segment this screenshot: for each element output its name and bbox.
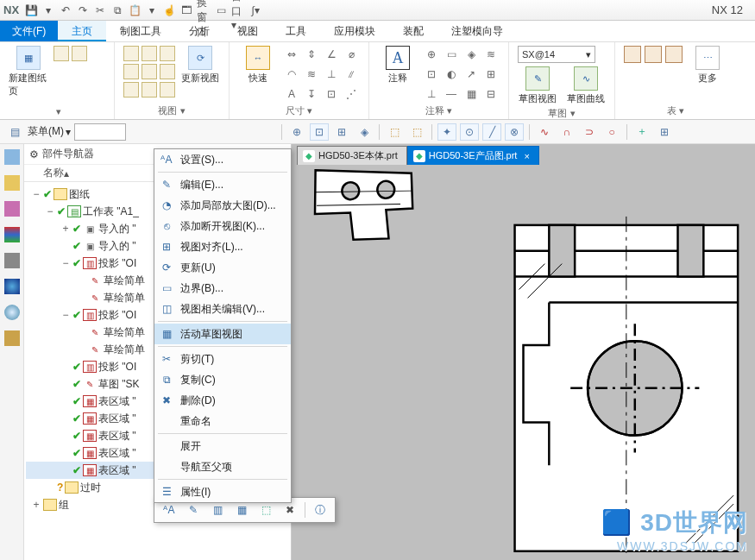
paste-icon[interactable]: 📋 — [128, 3, 142, 17]
ctx-addmag[interactable]: ◔添加局部放大图(D)... — [154, 195, 291, 216]
quick-dim-button[interactable]: ↔快速 — [238, 46, 278, 85]
curve-tool-icon[interactable]: ○ — [602, 123, 621, 141]
appearance-icon[interactable] — [4, 253, 20, 268]
file-menu[interactable]: 文件(F) — [0, 21, 58, 41]
ctx-align[interactable]: ⊞视图对齐(L)... — [154, 236, 291, 257]
delete-icon[interactable]: ✖ — [280, 500, 299, 519]
tab-view[interactable]: 视图 — [223, 21, 272, 41]
filter-icon[interactable]: ▤ — [5, 123, 24, 141]
new-sheet-button[interactable]: ▦新建图纸页 — [9, 46, 48, 98]
ctx-expand[interactable]: 展开 — [154, 436, 291, 456]
switch-window-icon[interactable]: 🗔 — [179, 3, 193, 17]
document-tabs: ◆HGD50-3E本体.prt ◆HGD50-3E产品图.prt× — [292, 144, 755, 165]
sketch-view-label: 草图视图 — [519, 92, 557, 105]
snap-icon[interactable]: ⊙ — [460, 123, 479, 141]
tab-tools[interactable]: 工具 — [272, 21, 320, 41]
switch-window-label[interactable]: 切换窗口 — [197, 3, 211, 17]
sheet-smallbuttons[interactable] — [53, 46, 105, 61]
tab-assembly[interactable]: 装配 — [389, 21, 437, 41]
part-icon: ◆ — [413, 150, 425, 162]
section-combo[interactable]: SX@14▾ — [518, 46, 595, 63]
update-view-button[interactable]: ⟳更新视图 — [180, 46, 220, 85]
ctx-rename[interactable]: 重命名 — [154, 411, 291, 431]
cut-icon[interactable]: ✂ — [93, 3, 107, 17]
tool-icon[interactable]: ⬚ — [385, 123, 404, 141]
curve-tool-icon[interactable]: ∩ — [557, 123, 576, 141]
doc-tab[interactable]: ◆HGD50-3E本体.prt — [297, 146, 407, 165]
sketch-view-button[interactable]: ✎草图视图 — [518, 66, 557, 105]
snap-icon[interactable]: ╱ — [482, 123, 501, 141]
tool-icon[interactable]: ⊕ — [287, 123, 306, 141]
ribbon: ▦新建图纸页 ▾ ⟳更新视图 视图 ▾ ↔快速 ⇔⇕∠⌀ ◠≋⊥⫽ A↧⊡⋰ 尺… — [0, 42, 755, 120]
tool-icon[interactable]: ◈ — [355, 123, 374, 141]
touch-icon[interactable]: ☝ — [162, 3, 176, 17]
save-icon[interactable]: 💾 — [24, 3, 38, 17]
grid-icon[interactable]: ⊞ — [655, 123, 674, 141]
window-icon[interactable]: ▭ — [214, 3, 228, 17]
curve-tool-icon[interactable]: ∿ — [535, 123, 554, 141]
view-buttons-grid[interactable] — [123, 46, 175, 98]
ctx-relview[interactable]: ◫视图相关编辑(V)... — [154, 299, 291, 319]
dropdown-icon[interactable]: ▾ — [41, 3, 55, 17]
ctx-copy[interactable]: ⧉复制(C) — [154, 369, 291, 390]
tab-application[interactable]: 应用模块 — [320, 21, 389, 41]
add-icon[interactable]: ＋ — [632, 123, 651, 141]
assembly-navigator-icon[interactable] — [4, 175, 20, 191]
ctx-cut[interactable]: ✂剪切(T) — [154, 349, 291, 369]
close-icon[interactable]: × — [524, 151, 529, 161]
ctx-props[interactable]: ☰属性(I) — [154, 481, 291, 502]
ctx-update[interactable]: ⟳更新(U) — [154, 257, 291, 278]
reuse-library-icon[interactable] — [4, 227, 20, 242]
curve-tool-icon[interactable]: ⊃ — [580, 123, 599, 141]
dropdown-icon[interactable]: ▾ — [145, 3, 159, 17]
align-icon: ⊞ — [160, 240, 173, 254]
tab-drafting-tools[interactable]: 制图工具 — [106, 21, 175, 41]
edit-icon[interactable]: ✎ — [184, 500, 203, 519]
redo-icon[interactable]: ↷ — [76, 3, 90, 17]
tab-analysis[interactable]: 分析 — [175, 21, 223, 41]
settings-icon[interactable]: ᴬA — [160, 500, 179, 519]
cut-icon: ✂ — [160, 352, 173, 366]
tab-mold[interactable]: 注塑模向导 — [437, 21, 517, 41]
ctx-edit[interactable]: ✎编辑(E)... — [154, 174, 291, 195]
graphics-area[interactable]: ◆HGD50-3E本体.prt ◆HGD50-3E产品图.prt× — [292, 144, 755, 560]
snap-icon[interactable]: ⊗ — [505, 123, 524, 141]
selection-search[interactable] — [74, 123, 126, 141]
select-icon[interactable]: ⬚ — [256, 500, 275, 519]
drawing-canvas[interactable] — [292, 165, 755, 560]
edit-icon: ✎ — [160, 178, 173, 192]
menu-button[interactable]: 菜单(M) ▾ — [28, 124, 71, 139]
doc-tab-active[interactable]: ◆HGD50-3E产品图.prt× — [407, 146, 539, 165]
info-icon[interactable]: ⓘ — [311, 500, 330, 519]
window-label[interactable]: 窗口▾ — [231, 3, 245, 17]
title-bar: NX 💾 ▾ ↶ ↷ ✂ ⧉ 📋 ▾ ☝ 🗔 切换窗口 ▭ 窗口▾ ∫▾ NX … — [0, 0, 755, 21]
role-icon[interactable] — [4, 330, 20, 346]
tool-icon[interactable]: ⬚ — [407, 123, 426, 141]
annotation-button[interactable]: A注释 — [378, 46, 418, 85]
view-icon[interactable]: ▥ — [208, 500, 227, 519]
more-button[interactable]: ⋯更多 — [688, 46, 727, 85]
ctx-addbreak[interactable]: ⎋添加断开视图(K)... — [154, 216, 291, 236]
ctx-delete[interactable]: ✖删除(D) — [154, 390, 291, 411]
group-label-annot: 注释 ▾ — [425, 103, 452, 117]
history-icon[interactable] — [4, 305, 20, 320]
copy-icon[interactable]: ⧉ — [110, 3, 124, 17]
tab-home[interactable]: 主页 — [58, 21, 106, 41]
ctx-boundary[interactable]: ▭边界(B)... — [154, 278, 291, 299]
snap-icon[interactable]: ✦ — [437, 123, 456, 141]
ctx-navparent[interactable]: 导航至父项 — [154, 456, 291, 477]
curve-icon[interactable]: ∫▾ — [249, 3, 262, 17]
constraints-icon[interactable] — [4, 201, 20, 217]
web-icon[interactable] — [4, 279, 20, 294]
dim-buttons-grid[interactable]: ⇔⇕∠⌀ ◠≋⊥⫽ A↧⊡⋰ — [283, 46, 360, 103]
tool-icon[interactable]: ⊞ — [332, 123, 351, 141]
sketch-curve-button[interactable]: ∿草图曲线 — [566, 66, 606, 105]
tool-icon[interactable]: ⊡ — [310, 123, 329, 141]
undo-icon[interactable]: ↶ — [59, 3, 72, 17]
ctx-activesketch[interactable]: ▦活动草图视图 — [154, 324, 291, 344]
part-navigator-icon[interactable] — [4, 149, 20, 165]
annot-label: 注释 — [388, 72, 407, 85]
annot-buttons-grid[interactable]: ⊕▭◈≋ ⊡◐↗⊞ ⊥—▦⊟ — [423, 46, 500, 103]
ctx-settings[interactable]: ᴬA设置(S)... — [154, 149, 291, 170]
region-icon[interactable]: ▦ — [232, 500, 251, 519]
